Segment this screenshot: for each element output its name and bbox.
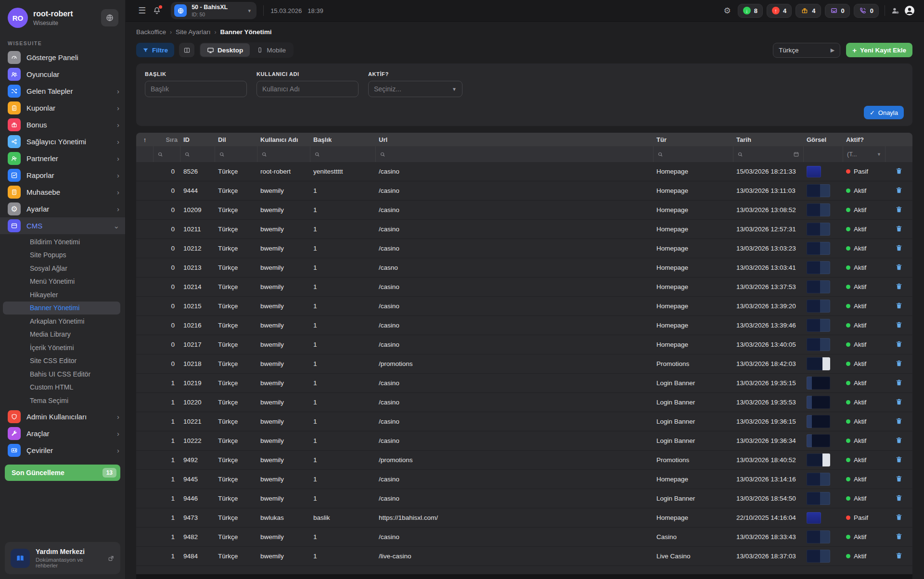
sidebar-item-admin-kullanicilari[interactable]: Admin Kullanıcıları › [0, 408, 125, 425]
search-tur[interactable] [654, 146, 733, 162]
table-row[interactable]: 1 9445 Türkçe bwemily 1 /casino Homepage… [136, 470, 912, 489]
site-selector[interactable]: 50 - BahisXL ID: 50 ▾ [171, 2, 257, 19]
trash-icon[interactable] [895, 378, 903, 386]
banner-thumbnail[interactable] [807, 261, 830, 274]
submenu-banner-yonetimi[interactable]: Banner Yönetimi [3, 302, 120, 315]
banner-thumbnail[interactable] [807, 473, 830, 486]
table-row[interactable]: 0 10212 Türkçe bwemily 1 /casino Homepag… [136, 239, 912, 258]
breadcrumb-site-ayarlari[interactable]: Site Ayarları [176, 28, 211, 36]
calendar-icon[interactable] [793, 151, 799, 157]
trash-icon[interactable] [895, 398, 903, 405]
submenu-bahis-ui-css-editor[interactable]: Bahis UI CSS Editör [3, 367, 120, 381]
table-row[interactable]: 0 10217 Türkçe bwemily 1 /casino Homepag… [136, 335, 912, 354]
submenu-icerik-yonetimi[interactable]: İçerik Yönetimi [3, 341, 120, 354]
trash-icon[interactable] [895, 205, 903, 213]
col-aktif[interactable]: Aktif? [843, 136, 886, 143]
submenu-site-popups[interactable]: Site Popups [3, 249, 120, 262]
trash-icon[interactable] [895, 513, 903, 521]
aktif-filter-select[interactable]: (T... ▼ [843, 146, 886, 162]
submenu-hikayeler[interactable]: Hikayeler [3, 288, 120, 302]
trash-icon[interactable] [895, 475, 903, 482]
search-tarih[interactable] [733, 146, 804, 162]
table-row[interactable]: 0 9444 Türkçe bwemily 1 /casino Homepage… [136, 181, 912, 201]
sidebar-item-oyuncular[interactable]: Oyuncular [0, 66, 125, 83]
table-row[interactable]: 1 10222 Türkçe bwemily 1 /casino Login B… [136, 431, 912, 451]
submenu-media-library[interactable]: Media Library [3, 328, 120, 341]
trash-icon[interactable] [895, 340, 903, 348]
notifications-bell-icon[interactable] [153, 6, 161, 15]
trash-icon[interactable] [895, 436, 903, 444]
columns-toggle-button[interactable] [179, 43, 194, 57]
trash-icon[interactable] [895, 167, 903, 175]
banner-thumbnail[interactable] [807, 280, 830, 293]
table-row[interactable]: 1 9492 Türkçe bwemily 1 /promotions Prom… [136, 451, 912, 470]
submenu-arkaplan-yonetimi[interactable]: Arkaplan Yönetimi [3, 315, 120, 328]
add-record-button[interactable]: + Yeni Kayıt Ekle [846, 43, 912, 57]
filter-button[interactable]: Filtre [136, 43, 174, 57]
col-baslik[interactable]: Başlık [310, 136, 376, 143]
table-row[interactable]: 0 10211 Türkçe bwemily 1 /casino Homepag… [136, 220, 912, 239]
col-kullanici-adi[interactable]: Kullanıcı Adı [257, 136, 310, 143]
sidebar-item-saglayici-yonetimi[interactable]: Sağlayıcı Yönetimi › [0, 133, 125, 150]
last-update-bar[interactable]: Son Güncelleme 13 [5, 465, 120, 481]
banner-thumbnail[interactable] [807, 300, 830, 313]
sort-arrow-icon[interactable]: ↑ [136, 136, 154, 143]
trash-icon[interactable] [895, 321, 903, 328]
search-url[interactable] [376, 146, 654, 162]
submenu-menu-yonetimi[interactable]: Menü Yönetimi [3, 275, 120, 289]
table-row[interactable]: 0 8526 Türkçe root-robert yenitesttttt /… [136, 162, 912, 181]
banner-thumbnail[interactable] [807, 338, 830, 351]
kullanici-adi-input[interactable] [257, 81, 359, 97]
banner-thumbnail[interactable] [807, 357, 830, 370]
search-sira[interactable] [154, 146, 180, 162]
sidebar-item-kuponlar[interactable]: Kuponlar › [0, 100, 125, 116]
account-avatar-icon[interactable] [904, 5, 915, 16]
banner-thumbnail[interactable] [807, 203, 830, 216]
sidebar-item-partnerler[interactable]: Partnerler › [0, 150, 125, 167]
col-dil[interactable]: Dil [215, 136, 257, 143]
banner-thumbnail[interactable] [807, 184, 830, 197]
messages-badge[interactable]: 0 [825, 4, 850, 18]
table-row[interactable]: 0 10215 Türkçe bwemily 1 /casino Homepag… [136, 297, 912, 316]
submenu-custom-html[interactable]: Custom HTML [3, 381, 120, 394]
banner-thumbnail[interactable] [807, 550, 830, 563]
hamburger-menu-icon[interactable]: ☰ [138, 5, 146, 16]
trash-icon[interactable] [895, 282, 903, 290]
col-url[interactable]: Url [376, 136, 654, 143]
sidebar-item-muhasebe[interactable]: Muhasebe › [0, 184, 125, 201]
sidebar-item-gosterge-paneli[interactable]: Gösterge Paneli [0, 49, 125, 66]
trash-icon[interactable] [895, 225, 903, 232]
avatar[interactable]: RO [8, 8, 28, 28]
banner-thumbnail[interactable] [807, 434, 830, 447]
deposits-badge[interactable]: ↓ 8 [738, 4, 763, 18]
submenu-bildirim-yonetimi[interactable]: Bildirim Yönetimi [3, 235, 120, 249]
help-center-card[interactable]: Yardım Merkezi Dokümantasyon ve rehberle… [5, 542, 120, 574]
search-kullanici[interactable] [257, 146, 310, 162]
trash-icon[interactable] [895, 532, 903, 540]
baslik-input[interactable] [145, 81, 247, 97]
banner-thumbnail[interactable] [807, 319, 830, 332]
col-sira[interactable]: Sıra [154, 136, 180, 143]
sidebar-item-bonus[interactable]: Bonus › [0, 116, 125, 133]
table-row[interactable]: 1 9482 Türkçe bwemily 1 /casino Casino 1… [136, 528, 912, 547]
sidebar-item-cms[interactable]: CMS ⌄ [0, 217, 125, 234]
col-gorsel[interactable]: Görsel [804, 136, 843, 143]
trash-icon[interactable] [895, 417, 903, 425]
language-globe-button[interactable] [101, 9, 118, 26]
table-row[interactable]: 0 10214 Türkçe bwemily 1 /casino Homepag… [136, 277, 912, 297]
language-select[interactable]: Türkçe ▶ [773, 43, 840, 58]
withdrawals-badge[interactable]: ↑ 4 [767, 4, 792, 18]
trash-icon[interactable] [895, 494, 903, 502]
banner-thumbnail[interactable] [807, 415, 830, 428]
banner-thumbnail[interactable] [807, 530, 830, 543]
user-sessions-icon[interactable] [891, 6, 900, 15]
confirm-button[interactable]: ✓ Onayla [864, 106, 904, 119]
mobile-tab[interactable]: Mobile [250, 43, 293, 57]
table-row[interactable]: 1 10219 Türkçe bwemily 1 /casino Login B… [136, 374, 912, 393]
col-id[interactable]: ID [180, 136, 215, 143]
table-row[interactable]: 1 9473 Türkçe bwlukas baslik https://1ba… [136, 508, 912, 528]
banner-thumbnail[interactable] [807, 377, 830, 390]
aktif-select[interactable]: Seçiniz... ▼ [368, 81, 462, 97]
table-row[interactable]: 0 10216 Türkçe bwemily 1 /casino Homepag… [136, 316, 912, 335]
trash-icon[interactable] [895, 552, 903, 559]
